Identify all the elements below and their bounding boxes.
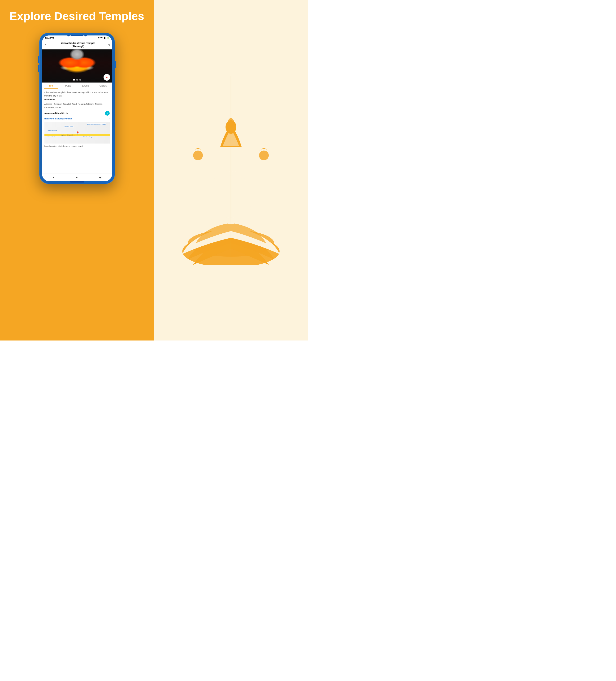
share-button[interactable]: ⎋: [108, 43, 110, 47]
temple-image-content: [42, 49, 112, 82]
nav-back-button[interactable]: ◀: [99, 176, 101, 179]
temple-description: It is a ancient temple in the town of Ne…: [45, 91, 110, 97]
map-pin-icon: 📍: [76, 131, 80, 135]
temple-title-line2: ( Nesargi ): [61, 45, 95, 48]
panditji-row[interactable]: Basavaraj Sampagavamath ›: [45, 117, 110, 120]
map-label-flowers: Sanidhya flowers: [64, 126, 74, 127]
panditji-section: Associated Panditji List 1: [45, 111, 110, 116]
camera-dot: [67, 35, 70, 36]
map-background: Bagalkote - Belagavi Rd 📍 Sanidhya flowe…: [45, 122, 110, 144]
tab-pujas[interactable]: Pujas: [59, 82, 77, 89]
volume-down-button: [38, 65, 39, 72]
temple-name-header: Veerabhadreshwara Temple ( Nesargi ): [61, 41, 95, 48]
phone-screen: 3:02 PM ⊠ 4G ▐▌ 🔋 ← Veerabhadreshwara Te…: [42, 35, 112, 181]
left-panel: Explore Desired Temples: [0, 0, 154, 340]
map-area[interactable]: Bagalkote - Belagavi Rd 📍 Sanidhya flowe…: [45, 122, 110, 144]
svg-point-3: [193, 151, 203, 160]
right-panel: [154, 0, 308, 340]
camera-area: [67, 35, 87, 36]
phone-home-indicator: [70, 181, 84, 182]
sim-icon: ⊠: [98, 36, 100, 39]
deity-silhouette: [154, 0, 308, 340]
map-label-vishal: Vishal servicing: [83, 136, 92, 137]
tab-events[interactable]: Events: [77, 82, 95, 89]
carousel-dot-1[interactable]: [73, 79, 75, 81]
tab-bar: Info Pujas Events Gallery: [42, 82, 112, 89]
speaker-bar: [71, 35, 83, 36]
power-button: [115, 61, 116, 68]
temple-title-line1: Veerabhadreshwara Temple: [61, 41, 95, 45]
map-location-text[interactable]: Map Location (click to open google map): [45, 145, 110, 147]
network-icon: 4G: [100, 36, 103, 39]
back-button[interactable]: ←: [45, 43, 48, 47]
status-time: 3:02 PM: [45, 36, 54, 39]
battery-icon: 🔋: [107, 36, 109, 39]
phone-mockup: 3:02 PM ⊠ 4G ▐▌ 🔋 ← Veerabhadreshwara Te…: [39, 33, 115, 184]
app-header: ← Veerabhadreshwara Temple ( Nesargi ) ⎋: [42, 40, 112, 50]
tab-gallery[interactable]: Gallery: [95, 82, 112, 89]
page-title: Explore Desired Temples: [0, 9, 154, 23]
nav-home-button[interactable]: ●: [76, 176, 78, 179]
carousel-dot-2[interactable]: [76, 79, 78, 81]
panditji-label: Associated Panditji List: [45, 112, 69, 115]
carousel-dots: [73, 79, 81, 81]
nav-square-button[interactable]: ■: [53, 176, 54, 179]
phone-nav-bar: ■ ● ◀: [42, 174, 112, 181]
panditji-chevron-icon[interactable]: ›: [109, 117, 110, 120]
status-icons: ⊠ 4G ▐▌ 🔋: [98, 36, 109, 39]
volume-up-button: [38, 56, 39, 64]
map-label-adm: ADM PROCUREMENT CENTER NESARAGI: [87, 123, 106, 125]
read-more-link[interactable]: Read More: [45, 98, 110, 101]
side-buttons-right: [115, 61, 116, 68]
signal-icon: ▐▌: [103, 36, 106, 39]
panditji-badge: 1: [105, 111, 110, 116]
carousel-dot-3[interactable]: [79, 79, 81, 81]
deity-image: [42, 49, 112, 82]
side-buttons-left: [38, 56, 39, 72]
map-label-petroleum: Bharat Petroleum: [48, 130, 57, 131]
map-label-hotel: Hotel Nettravati: [67, 135, 75, 136]
tab-info[interactable]: Info: [42, 82, 59, 89]
temple-address: Address : Belagavi Bagalkot Road, Nesarg…: [45, 103, 110, 109]
deity-svg: [172, 76, 290, 265]
svg-point-4: [259, 151, 269, 160]
temple-image: ♥: [42, 49, 112, 82]
map-label-honda: Patson Honda: [48, 136, 55, 137]
front-camera: [84, 35, 87, 36]
panditji-name: Basavaraj Sampagavamath: [45, 118, 72, 120]
phone-outer-shell: 3:02 PM ⊠ 4G ▐▌ 🔋 ← Veerabhadreshwara Te…: [39, 33, 115, 184]
content-area: It is a ancient temple in the town of Ne…: [42, 89, 112, 169]
favorite-button[interactable]: ♥: [104, 74, 110, 81]
